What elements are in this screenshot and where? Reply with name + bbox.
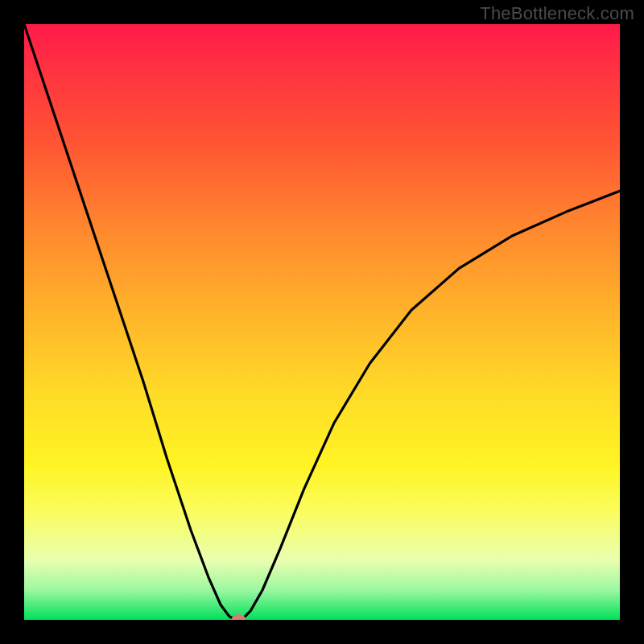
bottleneck-curve-path	[24, 24, 620, 620]
chart-plot-area	[24, 24, 620, 620]
chart-svg	[24, 24, 620, 620]
watermark-text: TheBottleneck.com	[480, 3, 634, 24]
optimal-point-marker	[231, 614, 246, 620]
